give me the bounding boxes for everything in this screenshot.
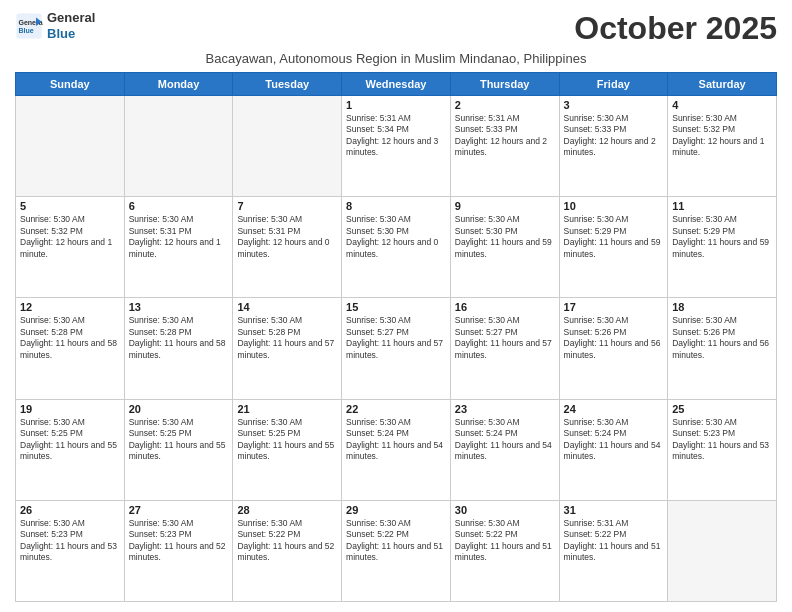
cal-cell: 10Sunrise: 5:30 AMSunset: 5:29 PMDayligh… (559, 197, 668, 298)
week-row-5: 26Sunrise: 5:30 AMSunset: 5:23 PMDayligh… (16, 500, 777, 601)
day-header-monday: Monday (124, 73, 233, 96)
day-info-line: Sunrise: 5:30 AM (455, 315, 555, 326)
cal-cell: 13Sunrise: 5:30 AMSunset: 5:28 PMDayligh… (124, 298, 233, 399)
cal-cell: 22Sunrise: 5:30 AMSunset: 5:24 PMDayligh… (342, 399, 451, 500)
cal-cell: 23Sunrise: 5:30 AMSunset: 5:24 PMDayligh… (450, 399, 559, 500)
header-row: SundayMondayTuesdayWednesdayThursdayFrid… (16, 73, 777, 96)
day-info-line: Sunrise: 5:30 AM (237, 214, 337, 225)
day-info-line: Sunset: 5:34 PM (346, 124, 446, 135)
day-info-line: Sunrise: 5:30 AM (564, 315, 664, 326)
day-info-line: Sunrise: 5:30 AM (672, 315, 772, 326)
cal-cell (124, 96, 233, 197)
day-info-line: Sunrise: 5:30 AM (672, 417, 772, 428)
day-info-line: Sunset: 5:23 PM (129, 529, 229, 540)
day-header-thursday: Thursday (450, 73, 559, 96)
cal-cell (668, 500, 777, 601)
day-info-line: Sunset: 5:31 PM (237, 226, 337, 237)
day-number: 3 (564, 99, 664, 111)
week-row-3: 12Sunrise: 5:30 AMSunset: 5:28 PMDayligh… (16, 298, 777, 399)
day-info-line: Sunset: 5:24 PM (346, 428, 446, 439)
day-number: 6 (129, 200, 229, 212)
day-number: 26 (20, 504, 120, 516)
cal-cell: 27Sunrise: 5:30 AMSunset: 5:23 PMDayligh… (124, 500, 233, 601)
day-info-line: Daylight: 11 hours and 59 minutes. (564, 237, 664, 260)
day-info-line: Sunset: 5:27 PM (346, 327, 446, 338)
day-number: 13 (129, 301, 229, 313)
day-number: 23 (455, 403, 555, 415)
subtitle: Bacayawan, Autonomous Region in Muslim M… (15, 51, 777, 66)
cal-cell: 31Sunrise: 5:31 AMSunset: 5:22 PMDayligh… (559, 500, 668, 601)
day-info-line: Daylight: 11 hours and 54 minutes. (455, 440, 555, 463)
day-number: 12 (20, 301, 120, 313)
day-info-line: Daylight: 11 hours and 55 minutes. (129, 440, 229, 463)
day-number: 9 (455, 200, 555, 212)
header: General Blue General Blue October 2025 (15, 10, 777, 47)
day-number: 2 (455, 99, 555, 111)
day-info-line: Sunrise: 5:30 AM (129, 518, 229, 529)
day-info-line: Sunset: 5:32 PM (672, 124, 772, 135)
day-number: 20 (129, 403, 229, 415)
day-info-line: Sunrise: 5:30 AM (346, 214, 446, 225)
day-info-line: Sunset: 5:23 PM (20, 529, 120, 540)
day-header-wednesday: Wednesday (342, 73, 451, 96)
day-number: 16 (455, 301, 555, 313)
day-info-line: Daylight: 11 hours and 51 minutes. (564, 541, 664, 564)
logo-text-line1: General (47, 10, 95, 26)
day-info-line: Daylight: 11 hours and 54 minutes. (346, 440, 446, 463)
day-info-line: Daylight: 11 hours and 59 minutes. (672, 237, 772, 260)
cal-cell: 8Sunrise: 5:30 AMSunset: 5:30 PMDaylight… (342, 197, 451, 298)
cal-cell: 14Sunrise: 5:30 AMSunset: 5:28 PMDayligh… (233, 298, 342, 399)
cal-cell: 16Sunrise: 5:30 AMSunset: 5:27 PMDayligh… (450, 298, 559, 399)
day-info-line: Sunset: 5:23 PM (672, 428, 772, 439)
svg-text:Blue: Blue (19, 27, 34, 34)
day-info-line: Daylight: 11 hours and 51 minutes. (346, 541, 446, 564)
day-info-line: Daylight: 11 hours and 57 minutes. (346, 338, 446, 361)
cal-cell: 7Sunrise: 5:30 AMSunset: 5:31 PMDaylight… (233, 197, 342, 298)
cal-cell: 28Sunrise: 5:30 AMSunset: 5:22 PMDayligh… (233, 500, 342, 601)
day-info-line: Daylight: 12 hours and 1 minute. (20, 237, 120, 260)
day-info-line: Sunrise: 5:30 AM (564, 214, 664, 225)
cal-cell: 17Sunrise: 5:30 AMSunset: 5:26 PMDayligh… (559, 298, 668, 399)
day-number: 31 (564, 504, 664, 516)
day-header-friday: Friday (559, 73, 668, 96)
day-info-line: Sunset: 5:33 PM (564, 124, 664, 135)
day-info-line: Sunrise: 5:30 AM (672, 113, 772, 124)
day-number: 15 (346, 301, 446, 313)
day-info-line: Daylight: 11 hours and 55 minutes. (20, 440, 120, 463)
week-row-4: 19Sunrise: 5:30 AMSunset: 5:25 PMDayligh… (16, 399, 777, 500)
cal-cell: 19Sunrise: 5:30 AMSunset: 5:25 PMDayligh… (16, 399, 125, 500)
day-info-line: Sunset: 5:30 PM (455, 226, 555, 237)
day-info-line: Sunset: 5:31 PM (129, 226, 229, 237)
day-info-line: Sunrise: 5:30 AM (20, 214, 120, 225)
week-row-1: 1Sunrise: 5:31 AMSunset: 5:34 PMDaylight… (16, 96, 777, 197)
logo: General Blue General Blue (15, 10, 95, 41)
day-number: 28 (237, 504, 337, 516)
day-number: 10 (564, 200, 664, 212)
day-info-line: Daylight: 11 hours and 53 minutes. (20, 541, 120, 564)
day-info-line: Sunrise: 5:30 AM (20, 518, 120, 529)
day-info-line: Sunset: 5:33 PM (455, 124, 555, 135)
day-info-line: Sunset: 5:32 PM (20, 226, 120, 237)
day-info-line: Sunrise: 5:30 AM (346, 417, 446, 428)
day-info-line: Sunrise: 5:30 AM (564, 113, 664, 124)
day-info-line: Daylight: 11 hours and 51 minutes. (455, 541, 555, 564)
day-info-line: Daylight: 11 hours and 59 minutes. (455, 237, 555, 260)
day-info-line: Sunset: 5:25 PM (237, 428, 337, 439)
logo-text-line2: Blue (47, 26, 95, 42)
day-number: 25 (672, 403, 772, 415)
cal-cell: 2Sunrise: 5:31 AMSunset: 5:33 PMDaylight… (450, 96, 559, 197)
day-info-line: Daylight: 11 hours and 57 minutes. (455, 338, 555, 361)
day-info-line: Sunrise: 5:30 AM (455, 214, 555, 225)
day-info-line: Daylight: 11 hours and 56 minutes. (672, 338, 772, 361)
day-info-line: Sunrise: 5:30 AM (455, 518, 555, 529)
day-info-line: Sunset: 5:27 PM (455, 327, 555, 338)
day-info-line: Daylight: 11 hours and 53 minutes. (672, 440, 772, 463)
day-info-line: Sunrise: 5:30 AM (346, 315, 446, 326)
day-info-line: Sunset: 5:22 PM (455, 529, 555, 540)
day-info-line: Sunrise: 5:30 AM (129, 315, 229, 326)
cal-cell (233, 96, 342, 197)
day-info-line: Sunrise: 5:30 AM (20, 417, 120, 428)
cal-cell: 30Sunrise: 5:30 AMSunset: 5:22 PMDayligh… (450, 500, 559, 601)
day-info-line: Sunset: 5:26 PM (564, 327, 664, 338)
day-info-line: Sunrise: 5:30 AM (237, 315, 337, 326)
